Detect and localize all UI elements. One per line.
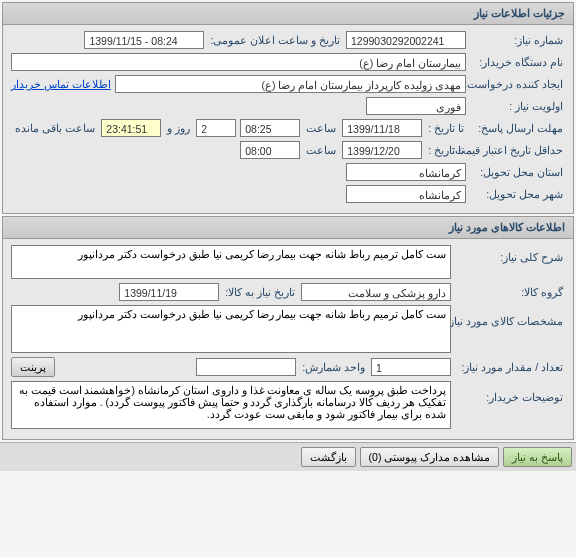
label-qty: تعداد / مقدار مورد نیاز: bbox=[455, 361, 565, 373]
label-buyer-notes: توضیحات خریدار: bbox=[455, 381, 565, 403]
field-buyer-name: بیمارستان امام رضا (ع) bbox=[11, 53, 466, 71]
label-city: شهر محل تحویل: bbox=[470, 188, 565, 200]
field-specs[interactable] bbox=[11, 305, 451, 353]
label-remaining: ساعت باقی مانده bbox=[13, 122, 97, 134]
label-date-to: تاریخ نیاز به کالا: bbox=[223, 286, 297, 298]
field-buyer-notes[interactable] bbox=[11, 381, 451, 429]
label-province: استان محل تحویل: bbox=[470, 166, 565, 178]
label-general-desc: شرح کلی نیاز: bbox=[455, 245, 565, 263]
field-requester: مهدی زولیده کارپرداز بیمارستان امام رضا … bbox=[115, 75, 466, 93]
label-hour2: ساعت bbox=[304, 144, 338, 156]
action-bar: پاسخ به نیاز مشاهده مدارک پیوستی (0) باز… bbox=[0, 442, 576, 471]
label-group: گروه کالا: bbox=[455, 286, 565, 298]
label-requester: ایجاد کننده درخواست: bbox=[470, 78, 565, 90]
field-priority: فوری bbox=[366, 97, 466, 115]
field-days: 2 bbox=[196, 119, 236, 137]
field-need-no: 1299030292002241 bbox=[346, 31, 466, 49]
buyer-contact-link[interactable]: اطلاعات تماس خریدار bbox=[11, 78, 111, 90]
label-deadline: مهلت ارسال پاسخ: bbox=[470, 122, 565, 134]
panel1-body: شماره نیاز: 1299030292002241 تاریخ و ساع… bbox=[3, 25, 573, 213]
label-to-date2: تا تاریخ : bbox=[426, 144, 466, 156]
field-unit bbox=[196, 358, 296, 376]
field-deadline-date: 1399/11/18 bbox=[342, 119, 422, 137]
field-deadline-time: 08:25 bbox=[240, 119, 300, 137]
panel2-body: شرح کلی نیاز: گروه کالا: دارو پزشکی و سل… bbox=[3, 239, 573, 439]
field-general-desc[interactable] bbox=[11, 245, 451, 279]
field-city: کرمانشاه bbox=[346, 185, 466, 203]
field-announce: 1399/11/15 - 08:24 bbox=[84, 31, 204, 49]
label-need-no: شماره نیاز: bbox=[470, 34, 565, 46]
field-min-validity-date: 1399/12/20 bbox=[342, 141, 422, 159]
back-button[interactable]: بازگشت bbox=[301, 447, 356, 467]
label-announce: تاریخ و ساعت اعلان عمومی: bbox=[208, 34, 342, 46]
print-button[interactable]: پرینت bbox=[11, 357, 55, 377]
field-province: کرمانشاه bbox=[346, 163, 466, 181]
need-details-panel: جزئیات اطلاعات نیاز شماره نیاز: 12990302… bbox=[2, 2, 574, 214]
label-specs: مشخصات کالای مورد نیاز: bbox=[455, 305, 565, 327]
field-countdown: 23:41:51 bbox=[101, 119, 161, 137]
label-to-date: تا تاریخ : bbox=[426, 122, 466, 134]
field-date-to: 1399/11/19 bbox=[119, 283, 219, 301]
label-min-validity: حداقل تاریخ اعتبار قیمت: bbox=[470, 144, 565, 156]
attachments-button[interactable]: مشاهده مدارک پیوستی (0) bbox=[360, 447, 500, 467]
goods-info-panel: اطلاعات کالاهای مورد نیاز شرح کلی نیاز: … bbox=[2, 216, 574, 440]
panel1-title: جزئیات اطلاعات نیاز bbox=[3, 3, 573, 25]
field-group: دارو پزشکی و سلامت bbox=[301, 283, 451, 301]
field-qty: 1 bbox=[371, 358, 451, 376]
reply-button[interactable]: پاسخ به نیاز bbox=[503, 447, 572, 467]
field-min-validity-time: 08:00 bbox=[240, 141, 300, 159]
panel2-title: اطلاعات کالاهای مورد نیاز bbox=[3, 217, 573, 239]
label-hour1: ساعت bbox=[304, 122, 338, 134]
label-days: روز و bbox=[165, 122, 192, 134]
label-priority: اولویت نیاز : bbox=[470, 100, 565, 112]
label-buyer-name: نام دستگاه خریدار: bbox=[470, 56, 565, 68]
label-unit: واحد شمارش: bbox=[300, 361, 367, 373]
